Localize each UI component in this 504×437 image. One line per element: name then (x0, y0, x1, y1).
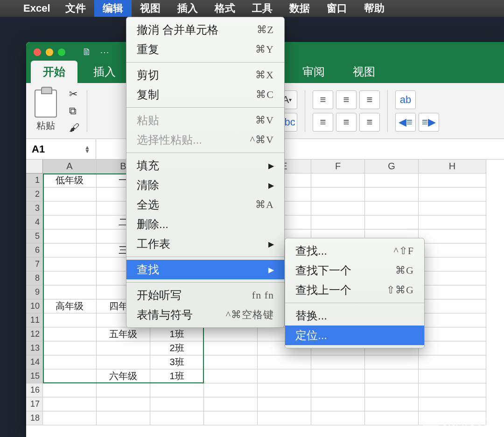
menu-item[interactable]: 复制⌘C (126, 85, 284, 104)
indent-increase-button[interactable]: ≡▶ (419, 113, 439, 132)
cell-A4[interactable] (43, 215, 97, 229)
cell-D12[interactable] (204, 327, 258, 341)
cell-G2[interactable] (365, 187, 419, 201)
cell-H9[interactable] (419, 285, 486, 299)
cell-A12[interactable] (43, 327, 97, 341)
row-head-13[interactable]: 13 (26, 341, 43, 355)
row-head-11[interactable]: 11 (26, 313, 43, 327)
row-head-12[interactable]: 12 (26, 327, 43, 341)
stepper-icon[interactable]: ▲▼ (84, 146, 90, 153)
cell-D14[interactable] (204, 355, 258, 369)
cell-F2[interactable] (311, 187, 365, 201)
cell-B15[interactable]: 六年级 (97, 369, 150, 383)
app-name[interactable]: Excel (17, 2, 57, 14)
cell-C13[interactable]: 2班 (150, 341, 204, 355)
row-head-14[interactable]: 14 (26, 355, 43, 369)
cell-G15[interactable] (365, 369, 419, 383)
save-icon[interactable]: 🗎 (82, 47, 91, 58)
tab-view[interactable]: 视图 (341, 61, 387, 83)
cell-C15[interactable]: 1班 (150, 369, 204, 383)
menu-item[interactable]: 重复⌘Y (126, 40, 284, 59)
cell-A17[interactable] (43, 397, 97, 411)
cell-E15[interactable] (258, 369, 311, 383)
cell-H4[interactable] (419, 215, 486, 229)
cell-D16[interactable] (204, 383, 258, 397)
menu-item[interactable]: 删除... (126, 215, 284, 234)
col-head-A[interactable]: A (43, 160, 97, 173)
cell-A15[interactable] (43, 369, 97, 383)
cell-A16[interactable] (43, 383, 97, 397)
align-middle-button[interactable]: ≡ (336, 90, 357, 109)
menu-tools[interactable]: 工具 (244, 0, 281, 17)
cell-H5[interactable] (419, 229, 486, 243)
select-all-corner[interactable] (26, 160, 43, 173)
menu-help[interactable]: 帮助 (356, 0, 393, 17)
zoom-icon[interactable] (58, 49, 65, 56)
cell-H6[interactable] (419, 243, 486, 257)
menu-format[interactable]: 格式 (206, 0, 244, 17)
cell-F3[interactable] (311, 201, 365, 215)
cell-B17[interactable] (97, 397, 150, 411)
menu-item[interactable]: 撤消 合并单元格⌘Z (126, 20, 284, 40)
cell-C14[interactable]: 3班 (150, 355, 204, 369)
cell-D17[interactable] (204, 397, 258, 411)
row-head-1[interactable]: 1 (26, 173, 43, 187)
cell-F14[interactable] (311, 355, 365, 369)
cell-A9[interactable] (43, 285, 97, 299)
col-head-H[interactable]: H (419, 160, 486, 173)
cell-A7[interactable] (43, 257, 97, 271)
cell-H2[interactable] (419, 187, 486, 201)
menu-item[interactable]: 表情与符号^⌘空格键 (126, 305, 284, 325)
menu-file[interactable]: 文件 (57, 0, 94, 17)
submenu-item[interactable]: 替换... (285, 306, 424, 326)
cell-B16[interactable] (97, 383, 150, 397)
cell-C12[interactable]: 1班 (150, 327, 204, 341)
cell-H1[interactable] (419, 173, 486, 187)
cell-H14[interactable] (419, 355, 486, 369)
cell-E14[interactable] (258, 355, 311, 369)
more-icon[interactable]: ⋯ (100, 47, 109, 58)
cell-A6[interactable] (43, 243, 97, 257)
cell-H13[interactable] (419, 341, 486, 355)
cell-C17[interactable] (150, 397, 204, 411)
cell-A8[interactable] (43, 271, 97, 285)
row-head-3[interactable]: 3 (26, 201, 43, 215)
menu-item[interactable]: 工作表▶ (126, 234, 284, 254)
wrap-text-button[interactable]: ab (395, 90, 416, 109)
cell-F16[interactable] (311, 383, 365, 397)
col-head-G[interactable]: G (365, 160, 419, 173)
row-head-9[interactable]: 9 (26, 285, 43, 299)
cell-G17[interactable] (365, 397, 419, 411)
menu-item[interactable]: 填充▶ (126, 156, 284, 175)
cell-A11[interactable] (43, 313, 97, 327)
cell-G18[interactable] (365, 411, 419, 425)
cell-F17[interactable] (311, 397, 365, 411)
menu-item[interactable]: 开始听写fn fn (126, 285, 284, 305)
row-head-8[interactable]: 8 (26, 271, 43, 285)
cell-H12[interactable] (419, 327, 486, 341)
cut-icon[interactable]: ✂ (69, 88, 79, 100)
format-painter-icon[interactable]: 🖌 (69, 122, 79, 134)
cell-H17[interactable] (419, 397, 486, 411)
cell-A18[interactable] (43, 411, 97, 425)
row-head-18[interactable]: 18 (26, 411, 43, 425)
row-head-16[interactable]: 16 (26, 383, 43, 397)
menu-view[interactable]: 视图 (132, 0, 169, 17)
cell-A13[interactable] (43, 341, 97, 355)
cell-H16[interactable] (419, 383, 486, 397)
cell-A5[interactable] (43, 229, 97, 243)
close-icon[interactable] (34, 49, 41, 56)
row-head-6[interactable]: 6 (26, 243, 43, 257)
cell-H10[interactable] (419, 299, 486, 313)
menu-data[interactable]: 数据 (281, 0, 318, 17)
menu-item[interactable]: 选择性粘贴...^⌘V (126, 130, 284, 150)
cell-A10[interactable]: 高年级 (43, 299, 97, 313)
cell-A1[interactable]: 低年级 (43, 173, 97, 187)
row-head-15[interactable]: 15 (26, 369, 43, 383)
tab-insert[interactable]: 插入 (81, 61, 128, 83)
row-head-17[interactable]: 17 (26, 397, 43, 411)
cell-D15[interactable] (204, 369, 258, 383)
indent-decrease-button[interactable]: ◀≡ (395, 113, 416, 132)
cell-E18[interactable] (258, 411, 311, 425)
cell-C16[interactable] (150, 383, 204, 397)
